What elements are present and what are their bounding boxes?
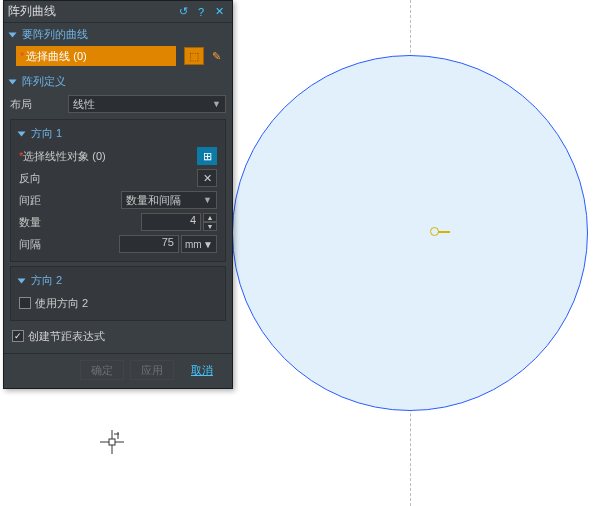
- reset-icon[interactable]: ↺: [174, 3, 192, 21]
- section-definition-header[interactable]: 阵列定义: [4, 70, 232, 93]
- select-linear-label: 选择线性对象 (0): [23, 150, 106, 162]
- create-expr-checkbox[interactable]: [12, 330, 24, 342]
- sketch-circle[interactable]: [232, 55, 588, 411]
- gap-input[interactable]: 75: [119, 235, 179, 253]
- count-stepper[interactable]: ▲▼: [203, 213, 217, 231]
- layout-label: 布局: [10, 97, 68, 112]
- chevron-down-icon: ▼: [212, 99, 221, 109]
- gap-unit-select[interactable]: mm ▼: [181, 235, 217, 253]
- chevron-down-icon: ▼: [203, 195, 212, 205]
- cancel-button[interactable]: 取消: [180, 360, 224, 380]
- section-curves-header[interactable]: 要阵列的曲线: [4, 23, 232, 46]
- direction2-header[interactable]: 方向 2: [15, 271, 221, 292]
- spacing-select[interactable]: 数量和间隔 ▼: [121, 191, 217, 209]
- select-curve-label: 选择曲线 (0): [26, 49, 87, 64]
- help-icon[interactable]: ?: [192, 3, 210, 21]
- crosshair-cursor-icon: [100, 430, 124, 454]
- layout-select[interactable]: 线性 ▼: [68, 95, 226, 113]
- reverse-label: 反向: [19, 171, 195, 186]
- select-curve-row[interactable]: * 选择曲线 (0): [16, 46, 176, 66]
- direction1-group: 方向 1 *选择线性对象 (0) ⊞ 反向 ✕ 间距 数量和间隔 ▼ 数量 4 …: [10, 119, 226, 262]
- ok-button[interactable]: 确定: [80, 360, 124, 380]
- pick-curve-button[interactable]: ⬚: [184, 47, 204, 65]
- create-expr-label: 创建节距表达式: [28, 329, 105, 344]
- pattern-curve-dialog: 阵列曲线 ↺ ? ✕ 要阵列的曲线 * 选择曲线 (0) ⬚ ✎ 阵列定义 布局…: [3, 0, 233, 389]
- dialog-button-bar: 确定 应用 取消: [4, 353, 232, 388]
- dialog-title: 阵列曲线: [8, 3, 174, 20]
- use-dir2-row[interactable]: 使用方向 2: [15, 292, 221, 314]
- sketch-tool-icon[interactable]: ✎: [206, 47, 226, 65]
- spacing-label: 间距: [19, 193, 121, 208]
- direction1-header[interactable]: 方向 1: [15, 124, 221, 145]
- svg-rect-4: [109, 439, 115, 445]
- use-dir2-label: 使用方向 2: [35, 296, 88, 311]
- titlebar[interactable]: 阵列曲线 ↺ ? ✕: [4, 1, 232, 23]
- direction2-group: 方向 2 使用方向 2: [10, 266, 226, 321]
- apply-button[interactable]: 应用: [130, 360, 174, 380]
- chevron-down-icon: ▼: [203, 239, 213, 250]
- gap-label: 间隔: [19, 237, 119, 252]
- create-expr-row[interactable]: 创建节距表达式: [4, 325, 232, 347]
- reverse-direction-button[interactable]: ✕: [197, 169, 217, 187]
- count-label: 数量: [19, 215, 141, 230]
- count-input[interactable]: 4: [141, 213, 201, 231]
- use-dir2-checkbox[interactable]: [19, 297, 31, 309]
- close-icon[interactable]: ✕: [210, 3, 228, 21]
- pick-linear-vector-button[interactable]: ⊞: [197, 147, 217, 165]
